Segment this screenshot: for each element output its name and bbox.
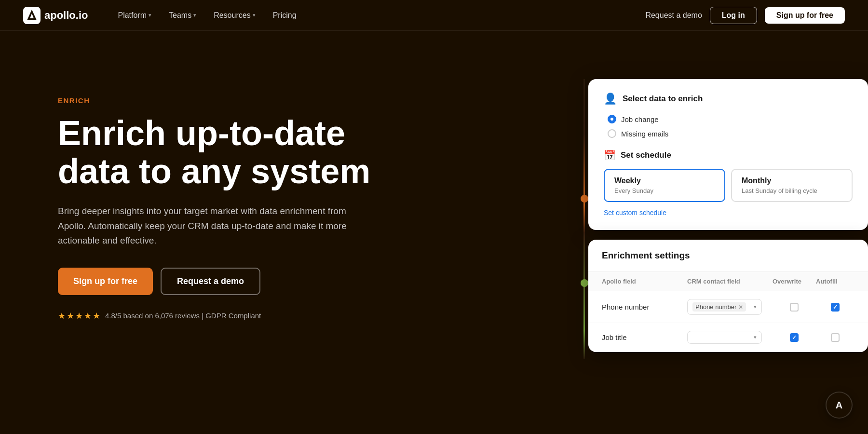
chevron-down-icon: ▾ [149, 12, 151, 18]
overwrite-phone-checkbox[interactable] [790, 303, 799, 312]
connector-dot-orange [581, 195, 588, 203]
schedule-monthly[interactable]: Monthly Last Sunday of billing cycle [731, 169, 853, 202]
hero-title: Enrich up-to-datedata to any system [58, 114, 370, 190]
hero-buttons: Sign up for free Request a demo [58, 268, 370, 295]
chevron-down-icon: ▾ [193, 12, 196, 18]
option-missing-emails[interactable]: Missing emails [608, 129, 853, 138]
radio-job-change[interactable] [608, 115, 616, 123]
chevron-down-icon: ▾ [253, 12, 256, 18]
navigation: apollo.io Platform ▾ Teams ▾ Resources ▾… [0, 0, 868, 31]
calendar-icon: 📅 [604, 149, 616, 161]
schedule-weekly-sub: Every Sunday [614, 187, 715, 194]
enrichment-row-phone: Phone number Phone number ✕ ▾ [588, 291, 868, 323]
panel-area: 👤 Select data to enrich Job change Missi… [559, 31, 868, 434]
chevron-down-icon: ▾ [754, 304, 757, 310]
star-icon: ★ [75, 311, 83, 321]
hero-description: Bring deeper insights into your target m… [58, 204, 357, 248]
nav-links: Platform ▾ Teams ▾ Resources ▾ Pricing [111, 7, 645, 24]
col-apollo-field: Apollo field [602, 278, 687, 285]
star-rating: ★ ★ ★ ★ ★ [58, 311, 100, 321]
schedule-header: 📅 Set schedule [604, 149, 853, 161]
nav-actions: Request a demo Log in Sign up for free [645, 7, 845, 24]
schedule-monthly-title: Monthly [742, 176, 842, 185]
signup-nav-button[interactable]: Sign up for free [765, 7, 845, 24]
login-button[interactable]: Log in [710, 7, 757, 24]
star-icon: ★ [93, 311, 100, 321]
schedule-monthly-sub: Last Sunday of billing cycle [742, 187, 842, 194]
nav-resources[interactable]: Resources ▾ [207, 7, 262, 24]
enrichment-table-header: Apollo field CRM contact field Overwrite… [588, 272, 868, 291]
option-job-change[interactable]: Job change [608, 115, 853, 123]
nav-teams[interactable]: Teams ▾ [162, 7, 203, 24]
rating-text: 4.8/5 based on 6,076 reviews | GDPR Comp… [105, 312, 261, 320]
crm-phone-tag: Phone number ✕ [692, 302, 746, 312]
schedule-title: Set schedule [621, 150, 671, 160]
field-phone-number: Phone number [602, 303, 687, 311]
person-icon: 👤 [604, 93, 617, 105]
star-icon: ★ [67, 311, 74, 321]
enrichment-row-job: Job title ▾ [588, 323, 868, 352]
option-missing-emails-label: Missing emails [621, 130, 668, 138]
autofill-job-checkbox[interactable] [831, 333, 840, 342]
hero-tag: ENRICH [58, 96, 370, 105]
col-autofill: Autofill [816, 278, 854, 285]
col-crm-field: CRM contact field [687, 278, 773, 285]
hero-rating: ★ ★ ★ ★ ★ 4.8/5 based on 6,076 reviews |… [58, 311, 370, 321]
schedule-options: Weekly Every Sunday Monthly Last Sunday … [604, 169, 853, 202]
enrichment-settings-card: Enrichment settings Apollo field CRM con… [588, 240, 868, 352]
enrichment-card-title: Enrichment settings [602, 250, 690, 260]
schedule-weekly-title: Weekly [614, 176, 715, 185]
data-options: Job change Missing emails [604, 115, 853, 138]
custom-schedule-link[interactable]: Set custom schedule [604, 209, 853, 217]
demo-hero-button[interactable]: Request a demo [161, 268, 260, 295]
fab-icon: A [836, 400, 842, 411]
crm-phone-dropdown[interactable]: Phone number ✕ ▾ [687, 299, 762, 315]
hero-section: ENRICH Enrich up-to-datedata to any syst… [0, 0, 868, 434]
hero-content: ENRICH Enrich up-to-datedata to any syst… [58, 58, 370, 321]
crm-job-dropdown[interactable]: ▾ [687, 331, 762, 344]
chat-fab[interactable]: A [826, 392, 853, 419]
option-job-change-label: Job change [621, 115, 659, 123]
schedule-weekly[interactable]: Weekly Every Sunday [604, 169, 725, 202]
nav-platform[interactable]: Platform ▾ [111, 7, 158, 24]
star-icon: ★ [84, 311, 92, 321]
col-overwrite: Overwrite [773, 278, 816, 285]
overwrite-job-checkbox[interactable] [790, 333, 799, 342]
logo-text: apollo.io [44, 9, 88, 22]
select-data-card: 👤 Select data to enrich Job change Missi… [588, 79, 868, 230]
card-header: 👤 Select data to enrich [604, 93, 853, 105]
enrichment-card-header: Enrichment settings [588, 240, 868, 272]
connector-line [583, 79, 585, 359]
field-job-title: Job title [602, 333, 687, 341]
autofill-phone-checkbox[interactable] [831, 303, 840, 312]
connector-dot-green [581, 279, 588, 287]
logo[interactable]: apollo.io [23, 7, 88, 24]
radio-missing-emails[interactable] [608, 129, 616, 138]
signup-hero-button[interactable]: Sign up for free [58, 268, 153, 295]
star-icon: ★ [58, 311, 66, 321]
nav-pricing[interactable]: Pricing [266, 7, 303, 24]
chevron-down-icon: ▾ [754, 334, 757, 340]
remove-tag-icon[interactable]: ✕ [738, 304, 743, 311]
request-demo-link[interactable]: Request a demo [645, 11, 702, 20]
select-card-title: Select data to enrich [623, 94, 703, 104]
